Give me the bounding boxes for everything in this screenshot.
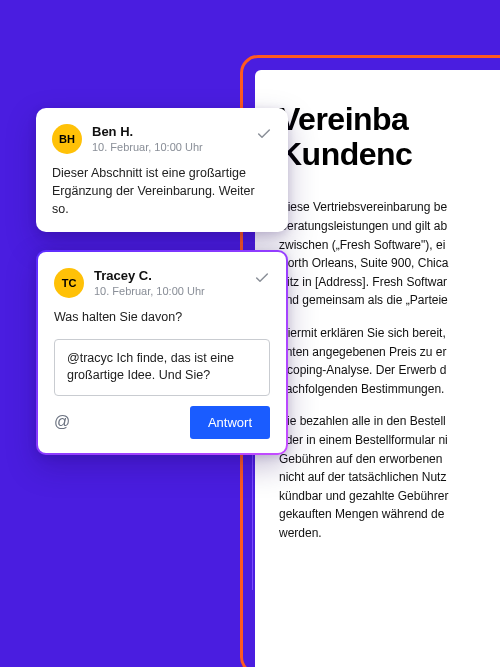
comment-meta: Ben H. 10. Februar, 10:00 Uhr	[92, 124, 246, 154]
doc-text: oder in einem Bestellformular ni	[279, 433, 448, 447]
comment-author: Tracey C.	[94, 268, 244, 284]
doc-text: North Orleans, Suite 900, Chica	[279, 256, 448, 270]
doc-text: nicht auf der tatsächlichen Nutz	[279, 470, 446, 484]
comments-panel: BH Ben H. 10. Februar, 10:00 Uhr Dieser …	[36, 108, 288, 455]
doc-text: Gebühren auf den erworbenen	[279, 452, 442, 466]
reply-button[interactable]: Antwort	[190, 406, 270, 439]
avatar: BH	[52, 124, 82, 154]
comment-author: Ben H.	[92, 124, 246, 140]
doc-text: Beratungsleistungen und gilt ab	[279, 219, 447, 233]
comment-body: Dieser Abschnitt ist eine großartige Erg…	[52, 164, 272, 218]
doc-text: Diese Vertriebsvereinbarung be	[279, 200, 447, 214]
comment-header: TC Tracey C. 10. Februar, 10:00 Uhr	[54, 268, 270, 298]
comment-timestamp: 10. Februar, 10:00 Uhr	[94, 284, 244, 298]
document-body: Diese Vertriebsvereinbarung be Beratungs…	[279, 198, 500, 542]
avatar: TC	[54, 268, 84, 298]
comment-card-active[interactable]: TC Tracey C. 10. Februar, 10:00 Uhr Was …	[36, 250, 288, 454]
doc-text: Sitz in [Address]. Fresh Softwar	[279, 275, 447, 289]
title-line-2: Kundenc	[279, 136, 412, 172]
mention-icon[interactable]: @	[54, 413, 70, 431]
document-title: Vereinba Kundenc	[279, 102, 500, 172]
comment-meta: Tracey C. 10. Februar, 10:00 Uhr	[94, 268, 244, 298]
resolve-check-icon[interactable]	[254, 270, 270, 290]
doc-text: und gemeinsam als die „Parteie	[279, 293, 448, 307]
doc-text: unten angegebenen Preis zu er	[279, 345, 446, 359]
doc-text: nachfolgenden Bestimmungen.	[279, 382, 444, 396]
doc-text: werden.	[279, 526, 322, 540]
comment-card[interactable]: BH Ben H. 10. Februar, 10:00 Uhr Dieser …	[36, 108, 288, 232]
reply-input[interactable]: @tracyc Ich finde, das ist eine großarti…	[54, 339, 270, 396]
doc-text: zwischen („Fresh Software"), ei	[279, 238, 445, 252]
doc-text: Sie bezahlen alle in den Bestell	[279, 414, 446, 428]
reply-actions: @ Antwort	[54, 406, 270, 439]
doc-text: Scoping-Analyse. Der Erwerb d	[279, 363, 446, 377]
comment-timestamp: 10. Februar, 10:00 Uhr	[92, 140, 246, 154]
resolve-check-icon[interactable]	[256, 126, 272, 146]
doc-text: Hiermit erklären Sie sich bereit,	[279, 326, 446, 340]
title-line-1: Vereinba	[279, 101, 408, 137]
comment-header: BH Ben H. 10. Februar, 10:00 Uhr	[52, 124, 272, 154]
doc-text: kündbar und gezahlte Gebührer	[279, 489, 448, 503]
doc-text: gekauften Mengen während de	[279, 507, 444, 521]
comment-body: Was halten Sie davon?	[54, 308, 270, 326]
document: Vereinba Kundenc Diese Vertriebsvereinba…	[255, 70, 500, 667]
